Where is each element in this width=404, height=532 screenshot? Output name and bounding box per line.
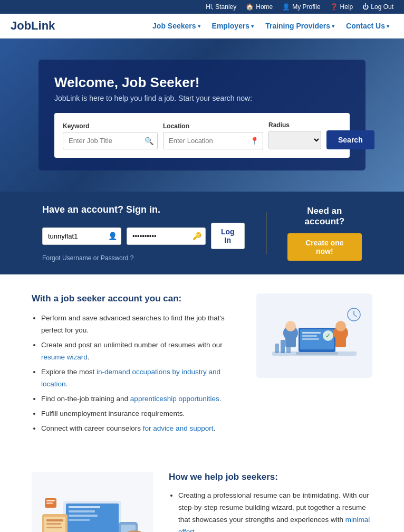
search-button[interactable]: Search [326, 130, 374, 149]
chevron-down-icon: ▾ [332, 23, 334, 29]
forgot-username-link[interactable]: Username [62, 254, 91, 262]
svg-rect-34 [46, 523, 61, 525]
svg-rect-35 [46, 527, 62, 528]
help-link[interactable]: ❓ Help [330, 3, 353, 11]
signin-section: Have an account? Sign in. 👤 🔑 Log In For… [0, 192, 404, 274]
forgot-text: Forgot Username or Password ? [42, 254, 245, 262]
svg-rect-27 [69, 515, 98, 517]
hero-title: Welcome, Job Seeker! [54, 74, 350, 91]
features-section: With a job seeker account you can: Perfo… [0, 274, 404, 456]
advice-link[interactable]: for advice and support [143, 424, 214, 432]
home-icon: 🏠 [246, 3, 254, 11]
greeting: Hi, Stanley [206, 3, 236, 11]
svg-rect-28 [69, 519, 90, 521]
logout-link[interactable]: ⏻ Log Out [362, 3, 393, 11]
features-illustration: ✓ [256, 293, 372, 378]
login-button[interactable]: Log In [211, 223, 245, 249]
nav-job-seekers[interactable]: Job Seekers ▾ [148, 20, 205, 32]
password-wrapper: 🔑 [127, 227, 206, 245]
nav-employers[interactable]: Employers ▾ [208, 20, 258, 32]
team-illustration: ✓ [256, 293, 372, 378]
signin-left: Have an account? Sign in. 👤 🔑 Log In For… [42, 204, 245, 262]
keyword-label: Keyword [63, 122, 158, 130]
search-bar: Keyword 🔍 Location 📍 Radius 5 miles [54, 113, 350, 158]
list-item: Find on-the-job training and apprentices… [41, 393, 241, 405]
signin-title: Have an account? Sign in. [42, 204, 245, 215]
devices-illustration [32, 472, 153, 532]
chevron-down-icon: ▾ [198, 23, 200, 29]
hero-section: Welcome, Job Seeker! JobLink is here to … [0, 39, 404, 192]
list-item: Explore the most in-demand occupations b… [41, 366, 241, 391]
list-item: Create and post an unlimited number of r… [41, 339, 241, 364]
username-wrapper: 👤 [42, 227, 121, 245]
resume-wizard-link[interactable]: resume wizard [41, 353, 88, 361]
location-input[interactable] [163, 132, 263, 149]
help-right: How we help job seekers: Creating a prof… [169, 472, 372, 532]
svg-rect-20 [281, 340, 285, 353]
apprenticeship-link[interactable]: apprenticeship opportunities [130, 395, 219, 403]
forgot-password-link[interactable]: Password [101, 254, 129, 262]
chevron-down-icon: ▾ [387, 23, 389, 29]
svg-rect-44 [46, 502, 53, 504]
username-input[interactable] [42, 227, 121, 245]
nav-contact-us[interactable]: Contact Us ▾ [342, 20, 393, 32]
main-nav: Job Seekers ▾ Employers ▾ Training Provi… [148, 20, 393, 32]
radius-select[interactable]: 5 miles 10 miles 25 miles 50 miles [268, 131, 321, 149]
location-label: Location [163, 122, 263, 130]
svg-point-14 [335, 321, 346, 331]
features-list: Perform and save advanced searches to fi… [32, 312, 241, 434]
svg-rect-26 [69, 510, 95, 512]
svg-rect-19 [275, 344, 279, 353]
radius-field: Radius 5 miles 10 miles 25 miles 50 mile… [268, 121, 321, 149]
keyword-input[interactable] [63, 132, 158, 149]
signin-right: Need an account? Create one now! [287, 206, 362, 261]
svg-text:✓: ✓ [325, 332, 331, 339]
svg-rect-6 [302, 335, 317, 337]
radius-label: Radius [268, 121, 321, 129]
help-title: How we help job seekers: [169, 472, 372, 482]
home-link[interactable]: 🏠 Home [246, 3, 273, 11]
svg-rect-43 [46, 500, 55, 501]
features-left: With a job seeker account you can: Perfo… [32, 293, 241, 437]
top-bar: Hi, Stanley 🏠 Home 👤 My Profile ❓ Help ⏻… [0, 0, 404, 14]
help-section: How we help job seekers: Creating a prof… [0, 456, 404, 532]
help-icon: ❓ [330, 3, 338, 11]
chevron-down-icon: ▾ [251, 23, 254, 29]
hero-content: Welcome, Job Seeker! JobLink is here to … [39, 60, 365, 170]
svg-rect-21 [286, 346, 291, 353]
svg-rect-5 [302, 332, 321, 334]
create-account-button[interactable]: Create one now! [287, 233, 362, 261]
signin-fields: 👤 🔑 Log In [42, 223, 245, 249]
my-profile-link[interactable]: 👤 My Profile [282, 3, 320, 11]
location-field: Location 📍 [163, 122, 263, 149]
signin-divider [266, 212, 266, 254]
list-item: Fulfill unemployment insurance requireme… [41, 408, 241, 420]
svg-rect-33 [46, 519, 63, 521]
features-title: With a job seeker account you can: [32, 293, 241, 304]
logo: JobLink [11, 19, 55, 33]
svg-rect-25 [69, 506, 100, 508]
help-illustration [32, 472, 153, 532]
keyword-field: Keyword 🔍 [63, 122, 158, 149]
list-item: Creating a professional resume can be in… [178, 490, 372, 532]
help-list: Creating a professional resume can be in… [169, 490, 372, 532]
svg-rect-7 [302, 338, 319, 340]
list-item: Perform and save advanced searches to fi… [41, 312, 241, 337]
list-item: Connect with career counselors for advic… [41, 423, 241, 435]
hero-subtitle: JobLink is here to help you find a job. … [54, 94, 350, 102]
profile-icon: 👤 [282, 3, 290, 11]
need-account-text: Need an account? [287, 206, 362, 227]
logout-icon: ⏻ [362, 3, 369, 11]
svg-rect-4 [296, 352, 338, 355]
minimal-effort-link[interactable]: minimal effort [178, 516, 370, 532]
svg-point-11 [285, 321, 296, 331]
in-demand-link[interactable]: in-demand occupations by industry and lo… [41, 368, 220, 388]
svg-rect-12 [285, 331, 296, 347]
password-input[interactable] [127, 227, 206, 245]
svg-rect-15 [335, 331, 346, 347]
nav-training-providers[interactable]: Training Providers ▾ [261, 20, 339, 32]
header: JobLink Job Seekers ▾ Employers ▾ Traini… [0, 14, 404, 39]
